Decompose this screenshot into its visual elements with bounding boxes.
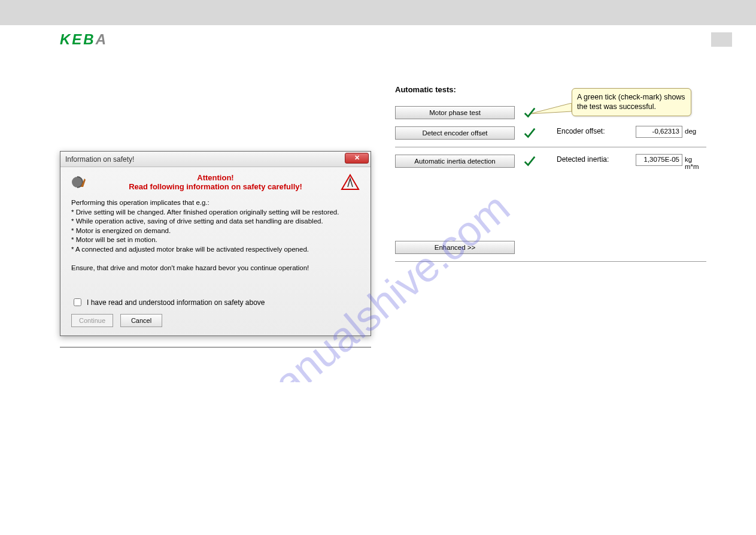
attention-line2: Read following information on safety car…: [129, 182, 302, 191]
left-column: Information on safety! ✕ Attention! Read…: [60, 85, 371, 358]
encoder-offset-value[interactable]: -0,62313: [636, 126, 682, 138]
detect-encoder-button[interactable]: Detect encoder offset: [395, 126, 515, 140]
continue-button[interactable]: Continue: [71, 314, 113, 327]
logo-last: A: [96, 31, 108, 47]
inertia-label: Detected inertia:: [557, 155, 609, 164]
inertia-value[interactable]: 1,3075E-05: [636, 154, 682, 166]
info-bullet-2: * While operation active, saving of driv…: [71, 217, 360, 226]
enhanced-row: Enhanced >>: [395, 241, 706, 254]
attention-line1: Attention!: [90, 173, 341, 182]
inertia-row: Automatic inertia detection Detected ine…: [395, 155, 706, 168]
warning-icon-left: [71, 174, 90, 191]
check-icon: [523, 126, 536, 140]
warning-icon-right: [341, 174, 360, 191]
dialog-titlebar: Information on safety! ✕: [60, 152, 371, 167]
logo-main: KEB: [60, 31, 96, 47]
close-button[interactable]: ✕: [345, 153, 369, 164]
info-bullet-1: * Drive setting will be changed. After f…: [71, 208, 360, 217]
safety-dialog: Information on safety! ✕ Attention! Read…: [60, 151, 371, 336]
motor-phase-button[interactable]: Motor phase test: [395, 106, 515, 119]
info-bullet-3: * Motor is energized on demand.: [71, 226, 360, 236]
info-bullet-5: * A connected and adjusted motor brake w…: [71, 245, 360, 255]
dialog-body: Attention! Read following information on…: [60, 167, 371, 335]
enhanced-button[interactable]: Enhanced >>: [395, 241, 515, 254]
tests-sep-1: [395, 147, 706, 147]
attention-heading: Attention! Read following information on…: [90, 173, 341, 191]
encoder-offset-unit: deg: [685, 128, 706, 135]
info-ensure: Ensure, that drive and motor don't make …: [71, 264, 360, 273]
safety-info-text: Performing this operation implicates tha…: [71, 198, 360, 273]
info-bullet-4: * Motor will be set in motion.: [71, 235, 360, 245]
check-icon: [523, 155, 536, 168]
top-bar: [0, 0, 756, 25]
left-separator: [60, 347, 371, 347]
keba-logo: KEBA: [60, 31, 108, 48]
detect-encoder-row: Detect encoder offset Encoder offset: -0…: [395, 126, 706, 140]
consent-label: I have read and understood information o…: [87, 298, 265, 307]
motor-phase-row: Motor phase test: [395, 106, 706, 119]
dialog-button-row: Continue Cancel: [71, 314, 360, 327]
encoder-offset-label: Encoder offset:: [557, 127, 605, 135]
info-intro: Performing this operation implicates tha…: [71, 198, 360, 208]
right-column: Automatic tests: A green tick (check-mar…: [395, 85, 706, 358]
dialog-title: Information on safety!: [65, 155, 134, 164]
tests-sep-2: [395, 261, 706, 262]
consent-checkbox[interactable]: [74, 298, 81, 306]
page-badge: [711, 32, 732, 47]
header: KEBA: [0, 25, 756, 49]
inertia-button[interactable]: Automatic inertia detection: [395, 155, 515, 168]
inertia-unit: kg m*m: [685, 156, 706, 170]
check-icon: [523, 106, 536, 119]
consent-row: I have read and understood information o…: [71, 297, 360, 308]
cancel-button[interactable]: Cancel: [120, 314, 162, 327]
